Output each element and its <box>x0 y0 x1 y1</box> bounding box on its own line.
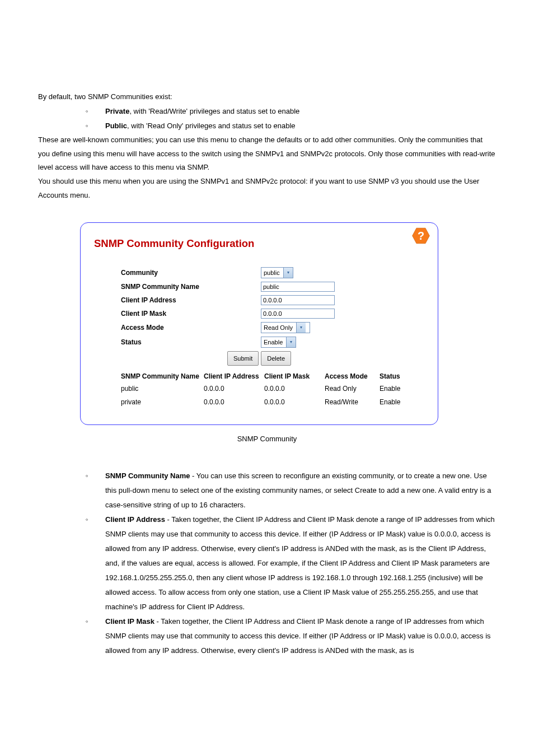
cell: Read Only <box>325 382 380 395</box>
text: , with 'Read/Write' privileges and statu… <box>129 107 299 115</box>
table-row: public 0.0.0.0 0.0.0.0 Read Only Enable <box>121 382 424 395</box>
community-name-input[interactable]: public <box>261 282 335 292</box>
chevron-down-icon: ▾ <box>296 323 306 333</box>
community-select[interactable]: public ▾ <box>261 267 293 278</box>
status-select[interactable]: Enable ▾ <box>261 337 296 348</box>
term: Client IP Mask <box>105 617 154 626</box>
list-item: Client IP Mask - Taken together, the Cli… <box>86 614 496 658</box>
config-panel: SNMP Community Configuration ? Community… <box>80 222 438 425</box>
th-mask: Client IP Mask <box>264 372 325 382</box>
label-community-name: SNMP Community Name <box>121 283 261 290</box>
select-value: Read Only <box>261 325 296 331</box>
cell: 0.0.0.0 <box>264 395 325 409</box>
cell: private <box>121 395 204 409</box>
term: Client IP Address <box>105 515 165 524</box>
delete-button[interactable]: Delete <box>261 351 291 366</box>
text: - Taken together, the Client IP Address … <box>105 515 495 611</box>
access-mode-select[interactable]: Read Only ▾ <box>261 322 310 333</box>
cell: 0.0.0.0 <box>204 395 264 409</box>
text: , with 'Read Only' privileges and status… <box>127 122 296 130</box>
list-item: Public, with 'Read Only' privileges and … <box>86 119 496 133</box>
svg-text:?: ? <box>418 230 424 242</box>
th-ip: Client IP Address <box>204 372 264 382</box>
list-item: Private, with 'Read/Write' privileges an… <box>86 104 496 119</box>
th-mode: Access Mode <box>325 372 380 382</box>
cell: 0.0.0.0 <box>264 382 325 395</box>
select-value: Enable <box>261 339 286 346</box>
chevron-down-icon: ▾ <box>286 337 296 347</box>
client-ip-input[interactable]: 0.0.0.0 <box>261 295 335 305</box>
cell: Enable <box>380 382 418 395</box>
panel-title: SNMP Community Configuration <box>94 233 424 254</box>
term: SNMP Community Name <box>105 472 190 480</box>
label-access-mode: Access Mode <box>121 324 261 331</box>
client-mask-input[interactable]: 0.0.0.0 <box>261 309 335 319</box>
input-value: 0.0.0.0 <box>263 297 282 304</box>
cell: 0.0.0.0 <box>204 382 264 395</box>
select-value: public <box>261 270 283 276</box>
term: Public <box>105 122 127 130</box>
table-row: private 0.0.0.0 0.0.0.0 Read/Write Enabl… <box>121 395 424 409</box>
text: - Taken together, the Client IP Address … <box>105 617 491 655</box>
label-status: Status <box>121 339 261 346</box>
label-community: Community <box>121 269 261 276</box>
intro-paragraph: You should use this menu when you are us… <box>38 175 496 202</box>
input-value: public <box>263 284 279 290</box>
input-value: 0.0.0.0 <box>263 311 282 317</box>
submit-button[interactable]: Submit <box>227 351 259 366</box>
list-item: Client IP Address - Taken together, the … <box>86 512 496 614</box>
term: Private <box>105 107 129 115</box>
intro-paragraph: These are well-known communities; you ca… <box>38 133 496 175</box>
intro-paragraph: By default, two SNMP Communities exist: <box>38 90 496 104</box>
cell: public <box>121 382 204 395</box>
community-table: SNMP Community Name Client IP Address Cl… <box>121 372 424 409</box>
figure-caption: SNMP Community <box>38 432 496 446</box>
cell: Enable <box>380 395 418 409</box>
emphasis: Create <box>355 486 377 494</box>
help-icon[interactable]: ? <box>412 227 430 244</box>
list-item: SNMP Community Name - You can use this s… <box>86 469 496 512</box>
chevron-down-icon: ▾ <box>283 268 293 278</box>
th-name: SNMP Community Name <box>121 372 204 382</box>
cell: Read/Write <box>325 395 380 409</box>
label-client-ip: Client IP Address <box>121 297 261 304</box>
label-client-mask: Client IP Mask <box>121 310 261 317</box>
th-status: Status <box>380 372 418 382</box>
